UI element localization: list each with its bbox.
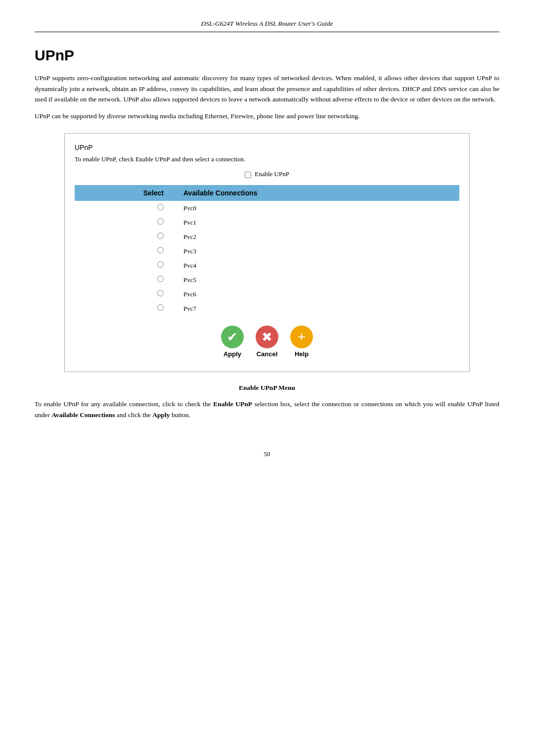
help-label[interactable]: Help (295, 350, 309, 358)
table-row: Pvc5 (75, 273, 459, 287)
col-connections: Available Connections (174, 185, 459, 201)
apply-label[interactable]: Apply (223, 350, 241, 358)
bold-available-connections: Available Connections (51, 411, 115, 419)
page-title: UPnP (35, 47, 499, 64)
radio-cell[interactable] (75, 201, 174, 215)
radio-pvc5[interactable] (157, 276, 164, 282)
col-select: Select (75, 185, 174, 201)
apply-button-group: ✔ Apply (221, 326, 244, 358)
cancel-button-group: ✖ Cancel (256, 326, 278, 358)
cancel-label[interactable]: Cancel (257, 350, 278, 358)
bold-apply: Apply (152, 411, 170, 419)
upnp-panel: UPnP To enable UPnP, check Enable UPnP a… (64, 133, 470, 372)
enable-upnp-row: Enable UPnP (75, 170, 459, 178)
connection-name: Pvc4 (174, 258, 459, 273)
connection-name: Pvc3 (174, 244, 459, 258)
radio-cell[interactable] (75, 215, 174, 230)
enable-upnp-label: Enable UPnP (255, 170, 289, 178)
help-button-group: + Help (290, 326, 313, 358)
button-row: ✔ Apply ✖ Cancel + Help (75, 326, 459, 358)
page-header: DSL-G624T Wireless A DSL Router User's G… (35, 20, 499, 32)
table-row: Pvc4 (75, 258, 459, 273)
help-plus-icon: + (298, 330, 306, 344)
cancel-icon[interactable]: ✖ (256, 326, 278, 348)
radio-cell[interactable] (75, 244, 174, 258)
table-row: Pvc3 (75, 244, 459, 258)
connection-name: Pvc2 (174, 230, 459, 244)
radio-pvc0[interactable] (157, 204, 164, 210)
connection-name: Pvc0 (174, 201, 459, 215)
bold-enable-upnp: Enable UPnP (213, 400, 252, 408)
table-row: Pvc1 (75, 215, 459, 230)
table-row: Pvc2 (75, 230, 459, 244)
page-number: 50 (35, 450, 499, 458)
radio-cell[interactable] (75, 273, 174, 287)
apply-checkmark-icon: ✔ (227, 330, 238, 345)
table-row: Pvc6 (75, 287, 459, 301)
connection-name: Pvc1 (174, 215, 459, 230)
radio-cell[interactable] (75, 230, 174, 244)
connections-table: Select Available Connections Pvc0Pvc1Pvc… (75, 185, 459, 316)
connection-name: Pvc6 (174, 287, 459, 301)
cancel-xmark-icon: ✖ (262, 330, 272, 345)
apply-icon[interactable]: ✔ (221, 326, 244, 348)
radio-pvc1[interactable] (157, 218, 164, 225)
upnp-panel-title: UPnP (75, 143, 459, 151)
radio-pvc6[interactable] (157, 290, 164, 296)
radio-cell[interactable] (75, 258, 174, 273)
intro-paragraph-1: UPnP supports zero-configuration network… (35, 73, 499, 105)
header-title: DSL-G624T Wireless A DSL Router User's G… (201, 20, 333, 27)
intro-paragraph-2: UPnP can be supported by diverse network… (35, 111, 499, 122)
help-icon[interactable]: + (290, 326, 313, 348)
table-row: Pvc0 (75, 201, 459, 215)
radio-cell[interactable] (75, 287, 174, 301)
figure-caption: Enable UPnP Menu (35, 384, 499, 392)
radio-pvc2[interactable] (157, 233, 164, 239)
page: DSL-G624T Wireless A DSL Router User's G… (0, 0, 534, 756)
enable-upnp-checkbox[interactable] (245, 172, 251, 178)
table-row: Pvc7 (75, 301, 459, 316)
upnp-panel-subtitle: To enable UPnP, check Enable UPnP and th… (75, 155, 459, 163)
radio-pvc4[interactable] (157, 261, 164, 268)
connection-name: Pvc7 (174, 301, 459, 316)
connection-name: Pvc5 (174, 273, 459, 287)
radio-pvc7[interactable] (157, 304, 164, 311)
radio-pvc3[interactable] (157, 247, 164, 253)
footer-paragraph: To enable UPnP for any available connect… (35, 399, 499, 420)
radio-cell[interactable] (75, 301, 174, 316)
